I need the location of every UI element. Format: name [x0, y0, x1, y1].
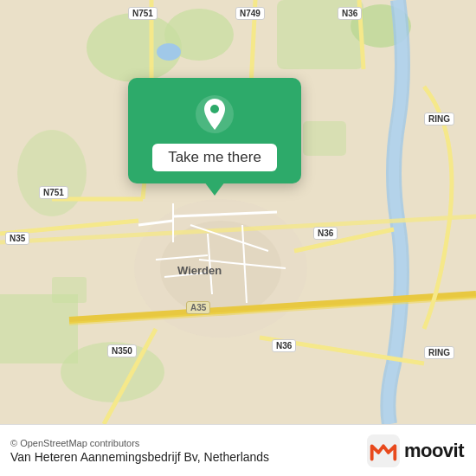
road-label-n751-mid: N751	[39, 186, 68, 199]
moovit-logo: moovit	[367, 434, 464, 467]
road-label-n36-bot: N36	[272, 339, 296, 352]
moovit-icon	[367, 434, 400, 467]
location-title: Van Heteren Aannemingsbedrijf Bv, Nether…	[10, 450, 269, 464]
moovit-text: moovit	[404, 440, 464, 462]
road-label-n749: N749	[235, 7, 265, 20]
map-svg	[0, 0, 476, 424]
road-label-n35: N35	[5, 232, 29, 245]
svg-rect-33	[52, 277, 87, 303]
town-label-wierden: Wierden	[177, 264, 222, 277]
road-label-a35: A35	[186, 301, 210, 314]
road-label-n36-top: N36	[338, 7, 362, 20]
svg-point-8	[157, 43, 181, 61]
take-me-there-button[interactable]: Take me there	[152, 144, 277, 171]
copyright-text: © OpenStreetMap contributors	[10, 438, 269, 448]
road-label-n36-mid: N36	[313, 227, 338, 240]
road-label-ring-bot: RING	[424, 346, 454, 359]
svg-rect-5	[0, 294, 78, 363]
road-label-ring-top: RING	[424, 113, 454, 125]
map-area[interactable]: N751 N749 N36 N751 N35 N36 A35 N350 N36 …	[0, 0, 476, 424]
popup-card: Take me there	[128, 78, 301, 183]
svg-point-7	[17, 130, 87, 216]
footer-left: © OpenStreetMap contributors Van Heteren…	[10, 438, 269, 464]
svg-rect-32	[303, 121, 346, 156]
svg-point-35	[210, 105, 219, 113]
road-label-n350: N350	[107, 344, 137, 357]
map-container: N751 N749 N36 N751 N35 N36 A35 N350 N36 …	[0, 0, 476, 476]
road-label-n751-top: N751	[128, 7, 158, 20]
footer: © OpenStreetMap contributors Van Heteren…	[0, 424, 476, 476]
location-pin-icon	[194, 93, 235, 135]
